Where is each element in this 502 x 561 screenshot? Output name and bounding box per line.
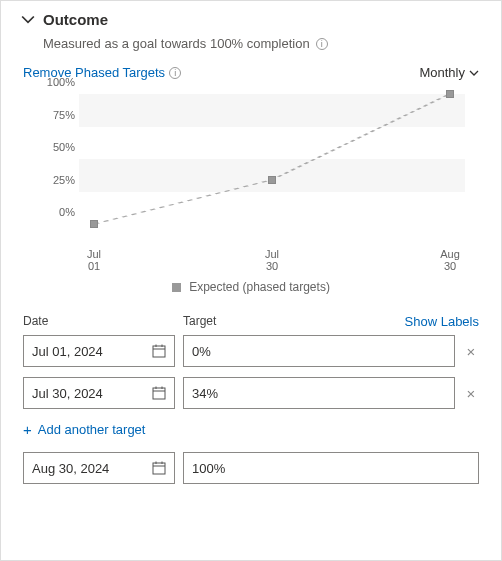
date-value: Jul 01, 2024	[32, 344, 103, 359]
target-input[interactable]: 100%	[183, 452, 479, 484]
info-icon[interactable]: i	[169, 67, 181, 79]
column-date: Date	[23, 314, 175, 329]
target-row: Jul 30, 2024 34% ×	[23, 377, 479, 409]
info-icon[interactable]: i	[316, 38, 328, 50]
legend-swatch	[172, 283, 181, 292]
plus-icon: +	[23, 421, 32, 438]
target-value: 34%	[192, 386, 218, 401]
target-value: 0%	[192, 344, 211, 359]
xtick: Jul 01	[79, 248, 109, 272]
date-input[interactable]: Jul 30, 2024	[23, 377, 175, 409]
add-target-button[interactable]: + Add another target	[23, 421, 145, 438]
final-target-row: Aug 30, 2024 100%	[23, 452, 479, 484]
period-dropdown-label: Monthly	[419, 65, 465, 80]
xtick: Aug 30	[435, 248, 465, 272]
target-input[interactable]: 34%	[183, 377, 455, 409]
legend-label: Expected (phased targets)	[189, 280, 330, 294]
chart-point	[90, 220, 98, 228]
chart-line	[79, 94, 465, 224]
chart-point	[268, 176, 276, 184]
ytick: 50%	[35, 141, 75, 153]
date-value: Aug 30, 2024	[32, 461, 109, 476]
svg-rect-8	[153, 463, 165, 474]
show-labels-link[interactable]: Show Labels	[405, 314, 479, 329]
ytick: 0%	[35, 206, 75, 218]
target-row: Jul 01, 2024 0% ×	[23, 335, 479, 367]
calendar-icon	[152, 386, 166, 400]
chart-point	[446, 90, 454, 98]
target-input[interactable]: 0%	[183, 335, 455, 367]
ytick: 100%	[35, 76, 75, 88]
chart-plot: 0% 25% 50% 75% 100%	[79, 94, 465, 224]
calendar-icon	[152, 344, 166, 358]
add-target-label: Add another target	[38, 422, 146, 437]
chart-legend: Expected (phased targets)	[21, 280, 481, 294]
calendar-icon	[152, 461, 166, 475]
collapse-icon[interactable]	[21, 13, 35, 27]
ytick: 25%	[35, 174, 75, 186]
section-subtitle: Measured as a goal towards 100% completi…	[43, 36, 310, 51]
remove-target-button[interactable]: ×	[463, 343, 479, 360]
section-title: Outcome	[43, 11, 108, 28]
chevron-down-icon	[469, 68, 479, 78]
column-target: Target	[183, 314, 397, 329]
target-value: 100%	[192, 461, 225, 476]
remove-target-button[interactable]: ×	[463, 385, 479, 402]
date-value: Jul 30, 2024	[32, 386, 103, 401]
xtick: Jul 30	[257, 248, 287, 272]
date-input[interactable]: Jul 01, 2024	[23, 335, 175, 367]
svg-rect-4	[153, 388, 165, 399]
period-dropdown[interactable]: Monthly	[419, 65, 479, 80]
ytick: 75%	[35, 109, 75, 121]
svg-rect-0	[153, 346, 165, 357]
phased-targets-chart: 0% 25% 50% 75% 100% Jul 01 Jul 30 Aug 30	[35, 92, 471, 242]
date-input[interactable]: Aug 30, 2024	[23, 452, 175, 484]
